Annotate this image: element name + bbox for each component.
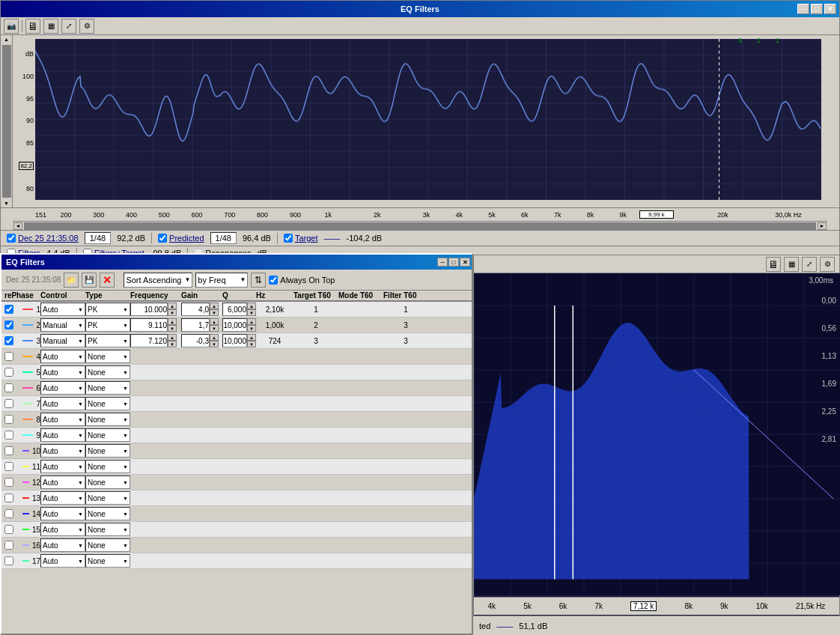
filter-1-type-dropdown[interactable]: PK▼ [85, 303, 130, 316]
filter-1-gain-spinbox[interactable]: ▲▼ [181, 303, 222, 316]
filter-2-frequency-input[interactable] [130, 318, 168, 332]
smoothing1-box[interactable]: 1/48 [85, 232, 111, 244]
minimize-button[interactable]: ─ [797, 4, 809, 14]
scroll-right-button[interactable]: ► [818, 222, 827, 230]
filter-3-freq-up[interactable]: ▲ [168, 334, 177, 341]
filter-15-control-dropdown[interactable]: Auto▼ [40, 523, 85, 536]
horizontal-scrollbar[interactable]: ◄ ► [13, 221, 827, 230]
filter-7-checkbox[interactable] [4, 399, 13, 408]
eq-save-icon[interactable]: 💾 [82, 273, 97, 288]
filter-17-checkbox[interactable] [4, 556, 13, 565]
filter-1-checkbox[interactable] [4, 305, 13, 314]
filter-6-type-dropdown[interactable]: None▼ [85, 381, 130, 395]
filter-16-type-dropdown[interactable]: None▼ [85, 538, 130, 552]
predicted-label[interactable]: Predicted [169, 234, 204, 243]
filter-3-control-dropdown[interactable]: Manual▼ [40, 334, 85, 347]
filter-17-type-dropdown[interactable]: None▼ [85, 554, 130, 568]
sort-exchange-button[interactable]: ⇅ [251, 273, 266, 288]
close-button[interactable]: ✕ [824, 4, 836, 14]
filter-2-gain-input[interactable] [181, 318, 210, 332]
filter-2-freq-down[interactable]: ▼ [168, 325, 177, 332]
right-monitor-icon[interactable]: 🖥 [766, 257, 781, 272]
vertical-scrollbar[interactable]: ▲ ▼ [1, 35, 13, 207]
always-on-top-checkbox[interactable] [269, 276, 278, 285]
scroll-track[interactable] [24, 222, 816, 230]
filter-14-control-dropdown[interactable]: Auto▼ [40, 507, 85, 520]
filter-8-checkbox[interactable] [4, 415, 13, 424]
target-checkbox[interactable] [284, 234, 293, 243]
gear-icon[interactable]: ⚙ [79, 19, 94, 34]
filter-11-control-dropdown[interactable]: Auto▼ [40, 460, 85, 473]
eq-close-button[interactable]: ✕ [460, 258, 470, 267]
filter-2-q-input[interactable] [222, 318, 247, 332]
filter-3-q-input[interactable] [222, 334, 247, 347]
filter-9-checkbox[interactable] [4, 431, 13, 440]
filter-1-q-spinbox[interactable]: ▲▼ [222, 303, 256, 316]
filter-2-control-dropdown[interactable]: Manual▼ [40, 318, 85, 332]
filter-13-type-dropdown[interactable]: None▼ [85, 491, 130, 505]
eq-close-icon[interactable]: ✕ [100, 273, 115, 288]
filter-6-control-dropdown[interactable]: Auto▼ [40, 381, 85, 395]
filter-11-type-dropdown[interactable]: None▼ [85, 460, 130, 473]
filter-2-gain-spinbox[interactable]: ▲▼ [181, 318, 222, 332]
restore-button[interactable]: □ [811, 4, 823, 14]
dec25-label[interactable]: Dec 25 21:35:08 [18, 234, 79, 243]
filter-12-control-dropdown[interactable]: Auto▼ [40, 476, 85, 489]
filter-3-gain-input[interactable] [181, 334, 210, 347]
filter-13-control-dropdown[interactable]: Auto▼ [40, 491, 85, 505]
target-label[interactable]: Target [295, 234, 318, 243]
scroll-left-button[interactable]: ◄ [13, 222, 22, 230]
filter-1-frequency-input[interactable] [130, 303, 168, 316]
monitor-icon[interactable]: 🖥 [25, 19, 40, 34]
filter-1-control-dropdown[interactable]: Auto▼ [40, 303, 85, 316]
filter-1-frequency-spinbox[interactable]: ▲▼ [130, 303, 181, 316]
filter-7-control-dropdown[interactable]: Auto▼ [40, 397, 85, 410]
filter-14-checkbox[interactable] [4, 509, 13, 518]
filter-17-control-dropdown[interactable]: Auto▼ [40, 554, 85, 568]
panel-icon[interactable]: ▦ [43, 19, 58, 34]
right-panel-icon[interactable]: ▦ [784, 257, 799, 272]
filter-9-control-dropdown[interactable]: Auto▼ [40, 428, 85, 442]
dec25-checkbox[interactable] [7, 234, 16, 243]
filter-3-gain-spinbox[interactable]: ▲▼ [181, 334, 222, 347]
eq-minimize-button[interactable]: ─ [437, 258, 448, 267]
filter-14-type-dropdown[interactable]: None▼ [85, 507, 130, 520]
filter-4-checkbox[interactable] [4, 352, 13, 361]
filter-3-checkbox[interactable] [4, 336, 13, 345]
filter-2-type-dropdown[interactable]: PK▼ [85, 318, 130, 332]
filter-3-q-spinbox[interactable]: ▲▼ [222, 334, 256, 347]
filter-10-type-dropdown[interactable]: None▼ [85, 444, 130, 458]
filter-8-control-dropdown[interactable]: Auto▼ [40, 413, 85, 426]
eq-folder-icon[interactable]: 📁 [64, 273, 79, 288]
filter-5-checkbox[interactable] [4, 368, 13, 377]
filter-11-checkbox[interactable] [4, 462, 13, 471]
byfreq-dropdown[interactable]: by Freq ▼ [195, 273, 248, 288]
smoothing2-box[interactable]: 1/48 [210, 232, 237, 244]
filter-1-gain-input[interactable] [181, 303, 210, 316]
filter-12-type-dropdown[interactable]: None▼ [85, 476, 130, 489]
filter-2-freq-up[interactable]: ▲ [168, 318, 177, 325]
filter-16-control-dropdown[interactable]: Auto▼ [40, 538, 85, 552]
filter-9-type-dropdown[interactable]: None▼ [85, 428, 130, 442]
filter-4-control-dropdown[interactable]: Auto▼ [40, 350, 85, 363]
filter-2-q-spinbox[interactable]: ▲▼ [222, 318, 256, 332]
filter-6-checkbox[interactable] [4, 383, 13, 392]
filter-10-checkbox[interactable] [4, 446, 13, 455]
filter-1-freq-up[interactable]: ▲ [168, 303, 177, 309]
predicted-checkbox[interactable] [158, 234, 167, 243]
filter-2-checkbox[interactable] [4, 320, 13, 329]
filter-16-checkbox[interactable] [4, 541, 13, 550]
filter-13-checkbox[interactable] [4, 493, 13, 502]
filter-8-type-dropdown[interactable]: None▼ [85, 413, 130, 426]
filter-3-frequency-input[interactable] [130, 334, 168, 347]
filter-3-type-dropdown[interactable]: PK▼ [85, 334, 130, 347]
camera-icon[interactable]: 📷 [4, 19, 19, 34]
filter-5-control-dropdown[interactable]: Auto▼ [40, 365, 85, 379]
filter-15-checkbox[interactable] [4, 525, 13, 534]
filter-3-freq-down[interactable]: ▼ [168, 341, 177, 347]
eq-maximize-button[interactable]: □ [448, 258, 459, 267]
filter-5-type-dropdown[interactable]: None▼ [85, 365, 130, 379]
filter-2-frequency-spinbox[interactable]: ▲▼ [130, 318, 181, 332]
filter-12-checkbox[interactable] [4, 478, 13, 487]
filter-10-control-dropdown[interactable]: Auto▼ [40, 444, 85, 458]
